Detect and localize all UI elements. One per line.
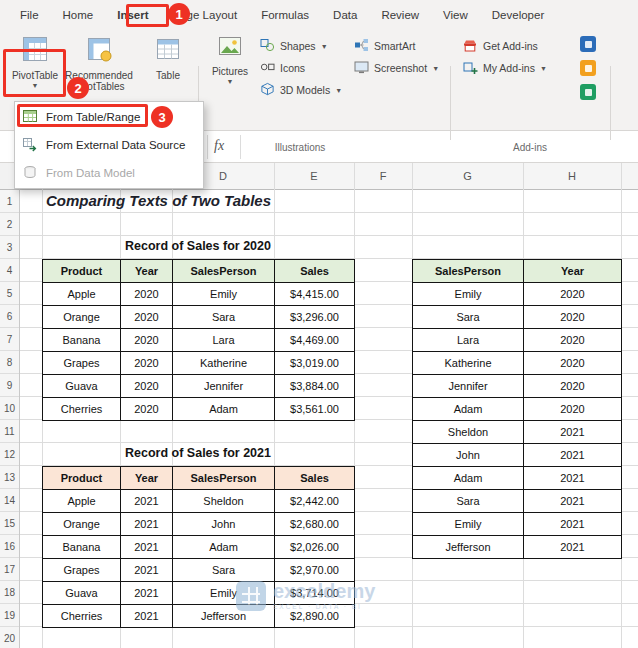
table-cell[interactable]: $2,890.00 [275,605,355,628]
get-addins-button[interactable]: Get Add-ins [462,36,538,56]
table-cell[interactable]: 2020 [524,329,622,352]
tab-file[interactable]: File [8,0,51,30]
table-cell[interactable]: Grapes [43,559,121,582]
table-cell[interactable]: Sheldon [173,490,275,513]
row-number[interactable]: 6 [0,305,19,328]
column-header-h[interactable]: H [523,163,621,190]
table-header-cell[interactable]: Sales [275,260,355,283]
table-cell[interactable]: 2021 [524,536,622,559]
table-cell[interactable]: 2020 [524,283,622,306]
table-cell[interactable]: 2021 [121,513,173,536]
table-cell[interactable]: $4,415.00 [275,283,355,306]
my-addins-button[interactable]: My Add-ins ▼ [462,58,547,78]
table-header-cell[interactable]: SalesPerson [413,260,524,283]
row-number[interactable]: 19 [0,604,19,627]
table-cell[interactable]: Sheldon [413,421,524,444]
table-cell[interactable]: 2020 [121,283,173,306]
table-cell[interactable]: Sara [413,306,524,329]
row-number[interactable]: 13 [0,466,19,489]
table-cell[interactable]: Lara [413,329,524,352]
3d-models-button[interactable]: 3D Models ▼ [260,80,342,100]
pictures-button[interactable]: Pictures ▼ [206,34,254,85]
row-number[interactable]: 4 [0,259,19,282]
table-cell[interactable]: John [173,513,275,536]
row-number[interactable]: 11 [0,420,19,443]
table-header-cell[interactable]: SalesPerson [173,467,275,490]
row-number[interactable]: 20 [0,627,19,648]
tab-data[interactable]: Data [321,0,369,30]
table-cell[interactable]: 2020 [524,375,622,398]
column-header-g[interactable]: G [412,163,523,190]
table-header-cell[interactable]: Product [43,467,121,490]
row-number[interactable]: 8 [0,351,19,374]
row-number[interactable]: 16 [0,535,19,558]
shapes-button[interactable]: Shapes ▼ [260,36,328,56]
table-cell[interactable]: 2021 [524,467,622,490]
table-cell[interactable]: Jefferson [173,605,275,628]
table-cell[interactable]: 2021 [121,605,173,628]
table-cell[interactable]: Sara [173,559,275,582]
table-cell[interactable]: Emily [413,513,524,536]
table-cell[interactable]: Orange [43,513,121,536]
table-cell[interactable]: $3,884.00 [275,375,355,398]
table-cell[interactable]: 2021 [524,421,622,444]
table-cell[interactable]: 2021 [524,490,622,513]
table-cell[interactable]: John [413,444,524,467]
table-cell[interactable]: Guava [43,582,121,605]
table-cell[interactable]: 2020 [524,306,622,329]
addin-app-icon-orange[interactable] [580,60,596,76]
table-cell[interactable]: Emily [173,283,275,306]
table-cell[interactable]: Emily [413,283,524,306]
table-cell[interactable]: $3,296.00 [275,306,355,329]
table-cell[interactable]: Katherine [173,352,275,375]
tab-review[interactable]: Review [369,0,431,30]
table-cell[interactable]: 2021 [524,444,622,467]
table-button[interactable]: Table [146,34,190,81]
table-cell[interactable]: 2020 [524,398,622,421]
table-cell[interactable]: Lara [173,329,275,352]
table-header-cell[interactable]: SalesPerson [173,260,275,283]
table-cell[interactable]: Cherries [43,605,121,628]
table-cell[interactable]: Sara [173,306,275,329]
table-cell[interactable]: 2020 [121,352,173,375]
addin-app-icon-green[interactable] [580,84,596,100]
table-cell[interactable]: $3,019.00 [275,352,355,375]
row-number[interactable]: 3 [0,236,19,259]
row-number[interactable]: 7 [0,328,19,351]
table-cell[interactable]: $4,469.00 [275,329,355,352]
table-cell[interactable]: 2020 [121,306,173,329]
smartart-button[interactable]: SmartArt [354,36,415,56]
table-cell[interactable]: Katherine [413,352,524,375]
table-cell[interactable]: Cherries [43,398,121,421]
tab-developer[interactable]: Developer [480,0,556,30]
table-cell[interactable]: Sara [413,490,524,513]
table-cell[interactable]: Adam [413,467,524,490]
table-header-cell[interactable]: Product [43,260,121,283]
screenshot-button[interactable]: Screenshot ▼ [354,58,439,78]
table-cell[interactable]: Adam [413,398,524,421]
table-cell[interactable]: $2,442.00 [275,490,355,513]
table-cell[interactable]: $3,714.00 [275,582,355,605]
table-cell[interactable]: 2021 [524,513,622,536]
table-cell[interactable]: Jennifer [173,375,275,398]
menu-item-from-external-data-source[interactable]: From External Data Source [15,131,203,159]
table-header-cell[interactable]: Year [121,467,173,490]
tab-formulas[interactable]: Formulas [249,0,321,30]
table-cell[interactable]: Banana [43,536,121,559]
table-cell[interactable]: $2,026.00 [275,536,355,559]
table-cell[interactable]: Jefferson [413,536,524,559]
icons-button[interactable]: Icons [260,58,305,78]
row-number[interactable]: 17 [0,558,19,581]
row-number[interactable]: 9 [0,374,19,397]
row-number[interactable]: 15 [0,512,19,535]
table-cell[interactable]: Adam [173,536,275,559]
table-cell[interactable]: $2,680.00 [275,513,355,536]
table-cell[interactable]: 2020 [121,329,173,352]
table-header-cell[interactable]: Year [121,260,173,283]
table-header-cell[interactable]: Sales [275,467,355,490]
row-number[interactable]: 18 [0,581,19,604]
table-cell[interactable]: Adam [173,398,275,421]
table-cell[interactable]: Guava [43,375,121,398]
table-cell[interactable]: Apple [43,490,121,513]
table-cell[interactable]: 2021 [121,582,173,605]
